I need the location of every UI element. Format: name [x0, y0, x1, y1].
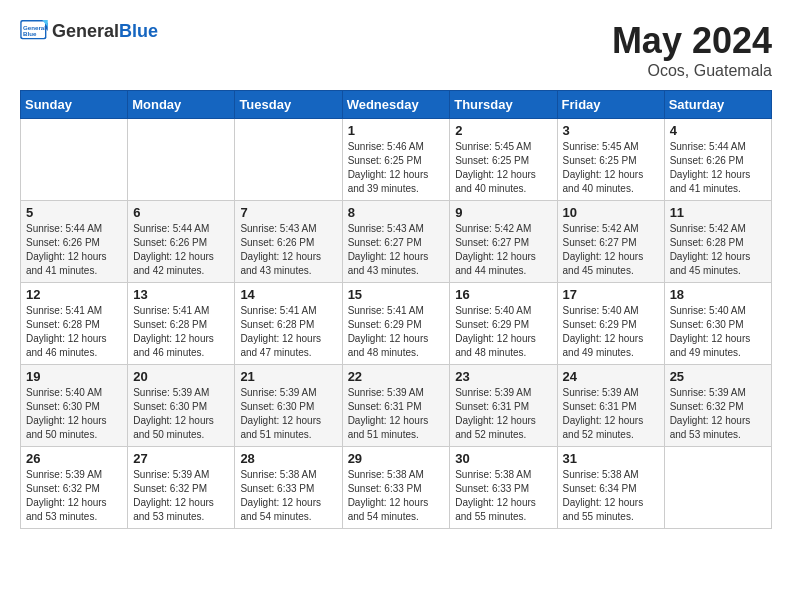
- calendar-cell: 26Sunrise: 5:39 AM Sunset: 6:32 PM Dayli…: [21, 447, 128, 529]
- calendar-cell: 31Sunrise: 5:38 AM Sunset: 6:34 PM Dayli…: [557, 447, 664, 529]
- day-number: 5: [26, 205, 122, 220]
- calendar-cell: 14Sunrise: 5:41 AM Sunset: 6:28 PM Dayli…: [235, 283, 342, 365]
- calendar-cell: 17Sunrise: 5:40 AM Sunset: 6:29 PM Dayli…: [557, 283, 664, 365]
- day-info: Sunrise: 5:39 AM Sunset: 6:32 PM Dayligh…: [670, 386, 766, 442]
- day-number: 12: [26, 287, 122, 302]
- day-info: Sunrise: 5:43 AM Sunset: 6:26 PM Dayligh…: [240, 222, 336, 278]
- day-number: 9: [455, 205, 551, 220]
- title-area: May 2024 Ocos, Guatemala: [612, 20, 772, 80]
- calendar-cell: 12Sunrise: 5:41 AM Sunset: 6:28 PM Dayli…: [21, 283, 128, 365]
- logo: General Blue GeneralBlue: [20, 20, 158, 42]
- week-row-3: 12Sunrise: 5:41 AM Sunset: 6:28 PM Dayli…: [21, 283, 772, 365]
- weekday-header-tuesday: Tuesday: [235, 91, 342, 119]
- week-row-5: 26Sunrise: 5:39 AM Sunset: 6:32 PM Dayli…: [21, 447, 772, 529]
- calendar-cell: 11Sunrise: 5:42 AM Sunset: 6:28 PM Dayli…: [664, 201, 771, 283]
- day-number: 6: [133, 205, 229, 220]
- calendar-cell: 23Sunrise: 5:39 AM Sunset: 6:31 PM Dayli…: [450, 365, 557, 447]
- day-number: 11: [670, 205, 766, 220]
- weekday-header-wednesday: Wednesday: [342, 91, 450, 119]
- day-number: 7: [240, 205, 336, 220]
- day-info: Sunrise: 5:41 AM Sunset: 6:28 PM Dayligh…: [26, 304, 122, 360]
- calendar-cell: 15Sunrise: 5:41 AM Sunset: 6:29 PM Dayli…: [342, 283, 450, 365]
- calendar-cell: 3Sunrise: 5:45 AM Sunset: 6:25 PM Daylig…: [557, 119, 664, 201]
- day-info: Sunrise: 5:44 AM Sunset: 6:26 PM Dayligh…: [133, 222, 229, 278]
- day-number: 24: [563, 369, 659, 384]
- day-info: Sunrise: 5:44 AM Sunset: 6:26 PM Dayligh…: [670, 140, 766, 196]
- day-number: 29: [348, 451, 445, 466]
- weekday-header-sunday: Sunday: [21, 91, 128, 119]
- calendar-cell: 22Sunrise: 5:39 AM Sunset: 6:31 PM Dayli…: [342, 365, 450, 447]
- day-info: Sunrise: 5:40 AM Sunset: 6:30 PM Dayligh…: [26, 386, 122, 442]
- calendar-cell: 30Sunrise: 5:38 AM Sunset: 6:33 PM Dayli…: [450, 447, 557, 529]
- weekday-header-row: SundayMondayTuesdayWednesdayThursdayFrid…: [21, 91, 772, 119]
- day-info: Sunrise: 5:45 AM Sunset: 6:25 PM Dayligh…: [563, 140, 659, 196]
- day-info: Sunrise: 5:43 AM Sunset: 6:27 PM Dayligh…: [348, 222, 445, 278]
- calendar-cell: 7Sunrise: 5:43 AM Sunset: 6:26 PM Daylig…: [235, 201, 342, 283]
- day-number: 14: [240, 287, 336, 302]
- calendar-cell: 25Sunrise: 5:39 AM Sunset: 6:32 PM Dayli…: [664, 365, 771, 447]
- day-number: 26: [26, 451, 122, 466]
- day-info: Sunrise: 5:42 AM Sunset: 6:28 PM Dayligh…: [670, 222, 766, 278]
- calendar-cell: [235, 119, 342, 201]
- weekday-header-saturday: Saturday: [664, 91, 771, 119]
- day-info: Sunrise: 5:40 AM Sunset: 6:30 PM Dayligh…: [670, 304, 766, 360]
- calendar-cell: 4Sunrise: 5:44 AM Sunset: 6:26 PM Daylig…: [664, 119, 771, 201]
- location-title: Ocos, Guatemala: [612, 62, 772, 80]
- calendar-cell: 6Sunrise: 5:44 AM Sunset: 6:26 PM Daylig…: [128, 201, 235, 283]
- weekday-header-monday: Monday: [128, 91, 235, 119]
- calendar-cell: 5Sunrise: 5:44 AM Sunset: 6:26 PM Daylig…: [21, 201, 128, 283]
- calendar-cell: 16Sunrise: 5:40 AM Sunset: 6:29 PM Dayli…: [450, 283, 557, 365]
- calendar-cell: 29Sunrise: 5:38 AM Sunset: 6:33 PM Dayli…: [342, 447, 450, 529]
- day-info: Sunrise: 5:41 AM Sunset: 6:28 PM Dayligh…: [240, 304, 336, 360]
- calendar-cell: 21Sunrise: 5:39 AM Sunset: 6:30 PM Dayli…: [235, 365, 342, 447]
- day-number: 23: [455, 369, 551, 384]
- calendar-cell: [21, 119, 128, 201]
- day-info: Sunrise: 5:38 AM Sunset: 6:33 PM Dayligh…: [240, 468, 336, 524]
- calendar-cell: 9Sunrise: 5:42 AM Sunset: 6:27 PM Daylig…: [450, 201, 557, 283]
- week-row-4: 19Sunrise: 5:40 AM Sunset: 6:30 PM Dayli…: [21, 365, 772, 447]
- weekday-header-thursday: Thursday: [450, 91, 557, 119]
- day-info: Sunrise: 5:38 AM Sunset: 6:33 PM Dayligh…: [455, 468, 551, 524]
- day-number: 13: [133, 287, 229, 302]
- calendar-cell: [128, 119, 235, 201]
- day-number: 28: [240, 451, 336, 466]
- day-info: Sunrise: 5:46 AM Sunset: 6:25 PM Dayligh…: [348, 140, 445, 196]
- day-number: 10: [563, 205, 659, 220]
- day-number: 16: [455, 287, 551, 302]
- calendar-cell: 28Sunrise: 5:38 AM Sunset: 6:33 PM Dayli…: [235, 447, 342, 529]
- day-info: Sunrise: 5:44 AM Sunset: 6:26 PM Dayligh…: [26, 222, 122, 278]
- day-number: 21: [240, 369, 336, 384]
- day-info: Sunrise: 5:39 AM Sunset: 6:31 PM Dayligh…: [455, 386, 551, 442]
- day-info: Sunrise: 5:39 AM Sunset: 6:30 PM Dayligh…: [240, 386, 336, 442]
- day-number: 30: [455, 451, 551, 466]
- day-info: Sunrise: 5:45 AM Sunset: 6:25 PM Dayligh…: [455, 140, 551, 196]
- day-number: 3: [563, 123, 659, 138]
- day-info: Sunrise: 5:42 AM Sunset: 6:27 PM Dayligh…: [563, 222, 659, 278]
- day-number: 17: [563, 287, 659, 302]
- day-number: 15: [348, 287, 445, 302]
- day-info: Sunrise: 5:39 AM Sunset: 6:31 PM Dayligh…: [348, 386, 445, 442]
- calendar-table: SundayMondayTuesdayWednesdayThursdayFrid…: [20, 90, 772, 529]
- day-number: 4: [670, 123, 766, 138]
- calendar-cell: 20Sunrise: 5:39 AM Sunset: 6:30 PM Dayli…: [128, 365, 235, 447]
- day-number: 1: [348, 123, 445, 138]
- day-number: 25: [670, 369, 766, 384]
- day-number: 27: [133, 451, 229, 466]
- day-number: 2: [455, 123, 551, 138]
- day-info: Sunrise: 5:41 AM Sunset: 6:28 PM Dayligh…: [133, 304, 229, 360]
- day-info: Sunrise: 5:39 AM Sunset: 6:32 PM Dayligh…: [133, 468, 229, 524]
- day-info: Sunrise: 5:38 AM Sunset: 6:34 PM Dayligh…: [563, 468, 659, 524]
- calendar-cell: [664, 447, 771, 529]
- calendar-cell: 10Sunrise: 5:42 AM Sunset: 6:27 PM Dayli…: [557, 201, 664, 283]
- calendar-cell: 8Sunrise: 5:43 AM Sunset: 6:27 PM Daylig…: [342, 201, 450, 283]
- day-info: Sunrise: 5:41 AM Sunset: 6:29 PM Dayligh…: [348, 304, 445, 360]
- calendar-cell: 19Sunrise: 5:40 AM Sunset: 6:30 PM Dayli…: [21, 365, 128, 447]
- logo-text-general: General: [52, 21, 119, 41]
- day-number: 31: [563, 451, 659, 466]
- calendar-cell: 1Sunrise: 5:46 AM Sunset: 6:25 PM Daylig…: [342, 119, 450, 201]
- logo-icon: General Blue: [20, 20, 48, 42]
- day-info: Sunrise: 5:39 AM Sunset: 6:32 PM Dayligh…: [26, 468, 122, 524]
- day-info: Sunrise: 5:40 AM Sunset: 6:29 PM Dayligh…: [563, 304, 659, 360]
- svg-text:Blue: Blue: [23, 30, 37, 37]
- day-number: 19: [26, 369, 122, 384]
